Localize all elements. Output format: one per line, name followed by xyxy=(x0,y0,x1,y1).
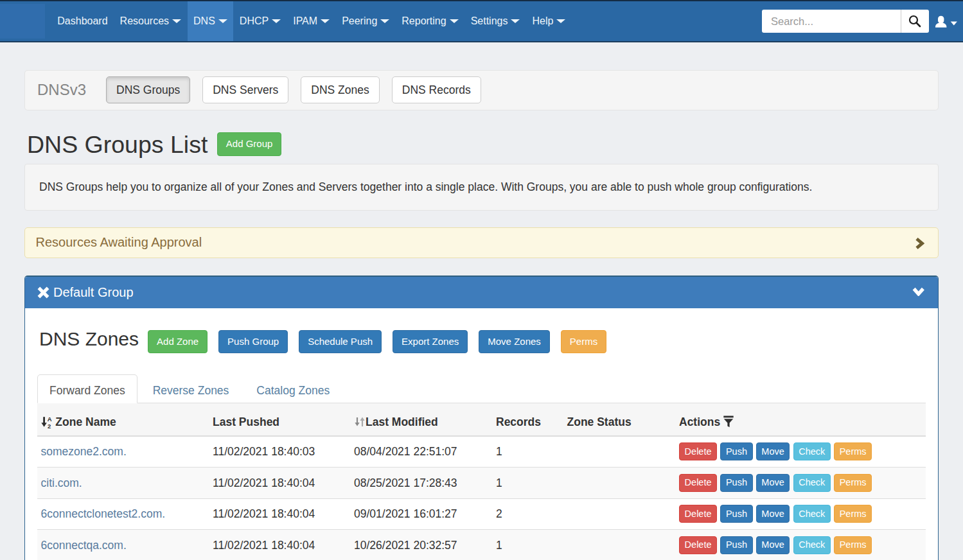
svg-text:2: 2 xyxy=(48,422,51,428)
